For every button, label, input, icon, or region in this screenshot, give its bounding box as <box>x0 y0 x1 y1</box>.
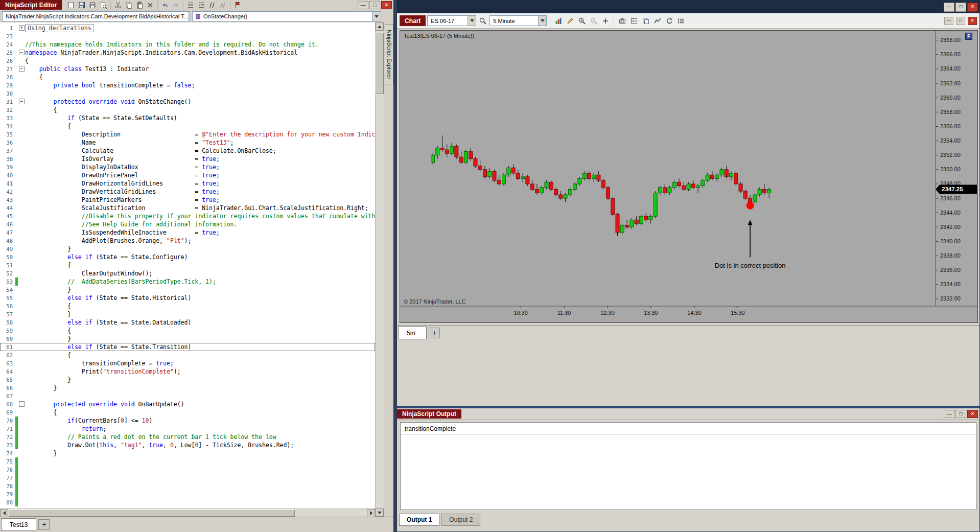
code-line[interactable]: 27− public class Test13 : Indicator <box>0 65 375 73</box>
editor-close-button[interactable]: × <box>381 1 392 9</box>
code-line[interactable]: 50 else if (State == State.Configure) <box>0 253 375 261</box>
collapse-region-icon[interactable]: − <box>19 50 25 55</box>
code-line[interactable]: 53 // AddDataSeries(BarsPeriodType.Tick,… <box>0 277 375 286</box>
code-line[interactable]: 70 if(CurrentBars[0] <= 10) <box>0 417 375 425</box>
code-line[interactable]: 52 ClearOutputWindow(); <box>0 269 375 277</box>
code-line[interactable]: 64 Print("transitionComplete"); <box>0 367 375 376</box>
code-line[interactable]: 1+Using declarations <box>0 24 375 32</box>
code-line[interactable]: 56 { <box>0 302 375 310</box>
price-chart-svg[interactable]: 2368.002366.002364.002362.002360.002358.… <box>400 30 978 323</box>
ninjascript-explorer-tab[interactable]: NinjaScript Explorer <box>385 25 393 84</box>
tab-output-1[interactable]: Output 1 <box>399 514 439 526</box>
output-minimize-button[interactable]: — <box>944 410 954 418</box>
uncomment-icon[interactable] <box>218 1 228 10</box>
code-line[interactable]: 73 Draw.Dot(this, "tag1", true, 0, Low[0… <box>0 441 375 449</box>
tab-test13[interactable]: Test13 <box>1 518 36 531</box>
code-line[interactable]: 31− protected override void OnStateChang… <box>0 98 375 106</box>
add-chart-tab-button[interactable]: + <box>429 328 440 338</box>
copy-icon[interactable] <box>124 1 134 10</box>
zoom-out-icon[interactable] <box>589 16 599 26</box>
panel-minimize-button[interactable]: — <box>944 17 953 25</box>
chart-minimize-button[interactable]: — <box>944 3 954 12</box>
code-line[interactable]: 49 } <box>0 245 375 253</box>
trend-line-icon[interactable] <box>652 16 663 26</box>
output-maximize-button[interactable]: □ <box>955 410 966 418</box>
crosshair-icon[interactable] <box>600 16 611 26</box>
indent-icon[interactable] <box>196 1 206 10</box>
chart-close-button[interactable]: × <box>967 3 978 12</box>
code-line[interactable]: 34 { <box>0 122 375 130</box>
code-line[interactable]: 62 { <box>0 351 375 359</box>
code-line[interactable]: 67 <box>0 392 375 400</box>
scroll-down-arrow[interactable] <box>376 508 384 517</box>
code-line[interactable]: 40 DrawOnPricePanel = true; <box>0 171 375 179</box>
compile-icon[interactable] <box>232 1 243 10</box>
code-line[interactable]: 78 <box>0 482 375 490</box>
output-console[interactable]: transitionComplete <box>400 422 976 510</box>
code-line[interactable]: 36 Name = "Test13"; <box>0 138 375 147</box>
vertical-scroll-thumb[interactable] <box>376 33 384 94</box>
editor-maximize-button[interactable]: □ <box>369 1 380 9</box>
panel-f-icon[interactable]: F <box>965 33 972 40</box>
scroll-left-arrow[interactable] <box>0 509 8 517</box>
code-line[interactable]: 43 PaintPriceMarkers = true; <box>0 196 375 204</box>
collapse-region-icon[interactable]: − <box>19 66 25 72</box>
code-line[interactable]: 77 <box>0 474 375 482</box>
code-line[interactable]: 58 else if (State == State.DataLoaded) <box>0 318 375 327</box>
interval-selector[interactable]: 5 Minute <box>489 15 547 26</box>
code-line[interactable]: 39 DisplayInDataBox = true; <box>0 163 375 171</box>
code-line[interactable]: 24//This namespace holds Indicators in t… <box>0 40 375 49</box>
code-line[interactable]: 41 DrawHorizontalGridLines = true; <box>0 179 375 188</box>
code-line[interactable]: 44 ScaleJustification = NinjaTrader.Gui.… <box>0 204 375 212</box>
snapshot-icon[interactable] <box>617 16 627 26</box>
code-editor[interactable]: 1+Using declarations2324//This namespace… <box>0 22 375 508</box>
undo-icon[interactable] <box>160 1 170 10</box>
interval-dropdown-arrow[interactable] <box>538 16 546 26</box>
reload-icon[interactable] <box>664 16 674 26</box>
properties-icon[interactable] <box>676 16 686 26</box>
editor-vertical-scrollbar[interactable] <box>375 22 384 517</box>
code-line[interactable]: 60 } <box>0 335 375 343</box>
code-line[interactable]: 38 IsOverlay = true; <box>0 155 375 163</box>
cut-icon[interactable] <box>113 1 123 10</box>
zoom-in-icon[interactable] <box>577 16 587 26</box>
code-line[interactable]: 63 transitionComplete = true; <box>0 359 375 367</box>
editor-horizontal-scrollbar[interactable] <box>0 508 375 517</box>
print-icon[interactable] <box>87 1 98 10</box>
code-line[interactable]: 37 Calculate = Calculate.OnBarClose; <box>0 147 375 155</box>
paste-icon[interactable] <box>134 1 145 10</box>
drawing-tools-icon[interactable] <box>565 16 575 26</box>
new-file-icon[interactable] <box>66 1 76 10</box>
instrument-dropdown-arrow[interactable] <box>468 16 476 26</box>
outdent-icon[interactable] <box>185 1 196 10</box>
member-dropdown-arrow[interactable] <box>372 12 381 21</box>
code-line[interactable]: 35 Description = @"Enter the description… <box>0 130 375 138</box>
code-line[interactable]: 55 else if (State == State.Historical) <box>0 294 375 302</box>
type-dropdown-arrow[interactable] <box>189 12 190 21</box>
expand-region-icon[interactable]: + <box>19 25 25 31</box>
instrument-selector[interactable]: ES 06-17 <box>427 15 476 26</box>
comment-icon[interactable] <box>207 1 217 10</box>
code-line[interactable]: 32 { <box>0 106 375 114</box>
data-grid-icon[interactable] <box>629 16 639 26</box>
editor-minimize-button[interactable]: — <box>358 1 368 9</box>
code-line[interactable]: 48 AddPlot(Brushes.Orange, "Plt"); <box>0 237 375 245</box>
save-icon[interactable] <box>77 1 87 10</box>
code-line[interactable]: 72 // Paints a red dot on the current ba… <box>0 433 375 441</box>
code-line[interactable]: 80 <box>0 498 375 506</box>
instrument-lookup-icon[interactable] <box>478 16 488 26</box>
code-line[interactable]: 33 if (State == State.SetDefaults) <box>0 114 375 122</box>
print-preview-icon[interactable] <box>98 1 108 10</box>
chart-maximize-button[interactable]: □ <box>955 3 966 12</box>
scroll-right-arrow[interactable] <box>367 509 375 517</box>
code-line[interactable]: 68− protected override void OnBarUpdate(… <box>0 400 375 408</box>
code-line[interactable]: 54 } <box>0 286 375 294</box>
collapse-region-icon[interactable]: − <box>19 99 25 104</box>
panel-restore-button[interactable]: □ <box>956 17 965 25</box>
horizontal-scroll-thumb[interactable] <box>9 510 295 517</box>
code-line[interactable]: 71 return; <box>0 425 375 433</box>
code-line[interactable]: 25−namespace NinjaTrader.NinjaScript.Ind… <box>0 49 375 57</box>
collapse-region-icon[interactable]: − <box>19 401 25 407</box>
code-line[interactable]: 59 { <box>0 327 375 335</box>
add-tab-button[interactable]: + <box>38 519 50 530</box>
